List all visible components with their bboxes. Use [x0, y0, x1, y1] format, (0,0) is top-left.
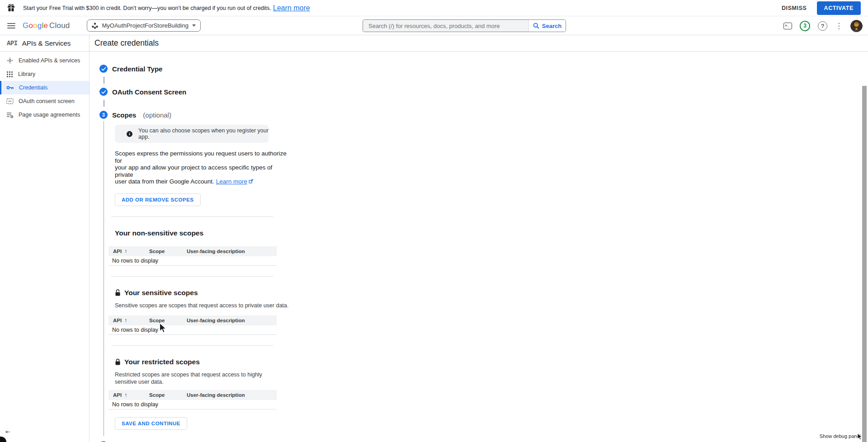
mouse-cursor: [159, 323, 167, 334]
info-glyph: i: [129, 132, 130, 136]
sidebar-item-page-usage-agreements[interactable]: Page usage agreements: [0, 108, 89, 122]
logo-letter: o: [33, 21, 38, 30]
top-navigation-bar: GoogleCloud MyOAuthProjectForStoreBuildi…: [0, 16, 868, 35]
add-or-remove-scopes-button[interactable]: ADD OR REMOVE SCOPES: [115, 193, 201, 206]
table-header-row: API↑ Scope User-facing description: [108, 246, 277, 256]
save-and-continue-button[interactable]: SAVE AND CONTINUE: [115, 417, 187, 430]
step-oauth-client-id[interactable]: 4 OAuth Client ID: [99, 441, 868, 442]
logo-letter: e: [43, 21, 48, 30]
logo-letter: G: [23, 21, 28, 30]
check-icon: [101, 67, 106, 71]
free-trial-banner: Start your Free Trial with $300 in credi…: [0, 0, 868, 16]
dismiss-button[interactable]: DISMISS: [782, 5, 807, 11]
more-options-icon[interactable]: ⋮: [835, 22, 843, 30]
cloud-shell-icon[interactable]: >_: [783, 23, 792, 29]
column-scope[interactable]: Scope: [149, 249, 187, 254]
step-done-icon: [99, 65, 108, 73]
menu-icon[interactable]: [7, 23, 15, 28]
step-label: Credential Type: [112, 65, 162, 73]
shell-prompt-glyph: >_: [785, 24, 789, 28]
consent-screen-icon: [6, 98, 14, 104]
more-vert-glyph: ⋮: [835, 22, 843, 30]
step-credential-type[interactable]: Credential Type: [99, 64, 868, 73]
secondary-cursor: [857, 433, 863, 441]
step-scopes[interactable]: 3 Scopes (optional): [99, 110, 868, 119]
step-oauth-consent-screen[interactable]: OAuth Consent Screen: [99, 87, 868, 96]
column-user-facing-description[interactable]: User-facing description: [187, 318, 277, 323]
notification-count: 3: [803, 23, 807, 29]
sidebar-item-library[interactable]: Library: [0, 67, 89, 81]
column-scope[interactable]: Scope: [149, 392, 187, 398]
project-icon: [92, 23, 98, 29]
search-button-label: Search: [542, 23, 561, 29]
sidebar-item-credentials[interactable]: Credentials: [0, 81, 89, 94]
show-debug-panel-link[interactable]: Show debug panel: [820, 433, 861, 439]
column-api[interactable]: API: [113, 392, 122, 398]
vertical-scrollbar[interactable]: [862, 86, 867, 442]
logo-letter: g: [38, 21, 42, 30]
learn-more-link[interactable]: Learn more: [216, 178, 247, 185]
check-icon: [101, 90, 106, 94]
column-user-facing-description[interactable]: User-facing description: [187, 392, 277, 398]
step-number: 3: [102, 112, 105, 118]
logo-letter: o: [28, 21, 33, 30]
column-api[interactable]: API: [113, 249, 122, 254]
search-button[interactable]: Search: [528, 20, 566, 32]
notifications-badge[interactable]: 3: [800, 21, 810, 31]
agreements-icon: [6, 112, 14, 118]
enabled-apis-icon: [6, 57, 14, 64]
sidebar-item-oauth-consent-screen[interactable]: OAuth consent screen: [0, 94, 89, 108]
empty-table-message: No rows to display: [108, 400, 277, 409]
description-line: user data from their Google Account.: [115, 178, 214, 185]
avatar-image: [850, 20, 863, 32]
project-name: MyOAuthProjectForStoreBuilding: [102, 22, 188, 29]
sidebar-item-enabled-apis[interactable]: Enabled APIs & services: [0, 54, 89, 67]
restricted-scopes-table: API↑ Scope User-facing description No ro…: [108, 390, 277, 409]
page-header: Create credentials: [90, 35, 868, 52]
project-selector[interactable]: MyOAuthProjectForStoreBuilding: [87, 19, 200, 32]
help-icon[interactable]: ?: [818, 21, 827, 31]
banner-learn-more-link[interactable]: Learn more: [273, 4, 310, 12]
collapse-sidebar-icon[interactable]: ⇤: [5, 428, 10, 435]
column-api[interactable]: API: [113, 318, 122, 323]
non-sensitive-scopes-title: Your non-sensitive scopes: [115, 229, 203, 237]
credential-stepper: Credential Type OAuth Consent Screen 3 S…: [90, 52, 868, 442]
global-search: Search: [363, 19, 566, 32]
scopes-description: Scopes express the permissions you reque…: [115, 150, 287, 185]
sort-asc-icon[interactable]: ↑: [124, 248, 127, 254]
step-connector: [104, 77, 104, 84]
search-input[interactable]: [363, 20, 528, 32]
api-product-logo: API: [7, 40, 18, 47]
step-label: Scopes: [112, 111, 136, 119]
main-content: Create credentials Credential Type: [90, 35, 868, 442]
question-glyph: ?: [821, 23, 825, 29]
sort-asc-icon[interactable]: ↑: [124, 392, 127, 398]
search-icon: [533, 23, 539, 29]
sort-asc-icon[interactable]: ↑: [124, 317, 127, 324]
sidebar: API APIs & Services Enabled APIs & servi…: [0, 35, 90, 442]
step-number-icon: 3: [99, 111, 108, 119]
column-user-facing-description[interactable]: User-facing description: [187, 249, 277, 254]
non-sensitive-scopes-table: API↑ Scope User-facing description No ro…: [108, 246, 277, 266]
sidebar-item-label: Library: [18, 71, 35, 77]
table-header-row: API↑ Scope User-facing description: [108, 390, 277, 400]
sidebar-title: APIs & Services: [22, 39, 71, 47]
banner-message: Start your Free Trial with $300 in credi…: [23, 5, 271, 11]
sidebar-item-label: Enabled APIs & services: [19, 57, 80, 64]
description-line: Scopes express the permissions you reque…: [115, 150, 287, 164]
lock-closed-icon: [115, 358, 121, 365]
chevron-down-icon: [192, 24, 196, 27]
user-avatar[interactable]: [850, 20, 863, 32]
page-title: Create credentials: [94, 38, 159, 48]
divider: [111, 216, 273, 217]
description-line: your app and allow your project to acces…: [115, 164, 272, 178]
restricted-scopes-title: Your restricted scopes: [124, 358, 200, 366]
activate-button[interactable]: ACTIVATE: [817, 1, 861, 15]
column-scope[interactable]: Scope: [149, 318, 187, 323]
step-optional-suffix: (optional): [143, 111, 171, 119]
scopes-info-note: i You can also choose scopes when you re…: [115, 125, 269, 143]
external-link-icon: [249, 179, 253, 183]
sidebar-item-label: Credentials: [19, 85, 47, 91]
google-cloud-logo[interactable]: GoogleCloud: [23, 21, 70, 30]
sensitive-scopes-title: Your sensitive scopes: [124, 289, 198, 297]
